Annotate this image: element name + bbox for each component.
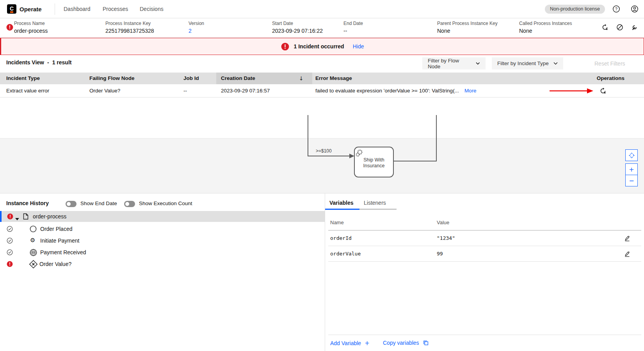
tab-variables[interactable]: Variables bbox=[325, 197, 359, 210]
annotation-arrow-row-retry bbox=[550, 88, 593, 95]
row-retry-icon[interactable] bbox=[600, 87, 607, 96]
exclusive-gateway-icon bbox=[29, 260, 38, 270]
banner-hide-link[interactable]: Hide bbox=[353, 43, 364, 50]
banner-error-icon bbox=[281, 43, 289, 51]
tree-item-order-value[interactable]: Order Value? bbox=[0, 259, 325, 269]
variable-value: "1234" bbox=[437, 230, 455, 246]
meta-label: Version bbox=[189, 21, 204, 26]
col-job-id: Job Id bbox=[183, 73, 199, 84]
tree-item-label: Order Placed bbox=[40, 226, 72, 232]
meta-label: Parent Process Instance Key bbox=[437, 21, 498, 26]
nav-processes[interactable]: Processes bbox=[103, 6, 128, 12]
logo-orange-accent bbox=[10, 11, 13, 13]
error-more-link[interactable]: More bbox=[464, 84, 477, 98]
col-value: Value bbox=[437, 215, 449, 230]
sort-down-icon: ↓ bbox=[299, 73, 304, 84]
zoom-out-button[interactable]: − bbox=[625, 175, 638, 186]
col-error-message: Error Message bbox=[315, 73, 352, 84]
caret-down-icon[interactable] bbox=[15, 215, 19, 222]
tree-item-order-placed[interactable]: Order Placed bbox=[0, 223, 325, 234]
error-icon bbox=[7, 261, 13, 268]
chevron-down-icon bbox=[553, 62, 558, 65]
creation-date-sort-cell[interactable]: Creation Date ↓ bbox=[216, 73, 312, 84]
check-circle-icon bbox=[7, 226, 13, 233]
col-operations: Operations bbox=[578, 73, 624, 84]
variables-table-header: Name Value bbox=[328, 215, 641, 230]
retry-icon[interactable] bbox=[601, 24, 608, 31]
edit-variable-icon[interactable] bbox=[624, 235, 630, 243]
filter-incident-type-dropdown[interactable]: Filter by Incident Type bbox=[492, 57, 563, 69]
instance-operations bbox=[601, 24, 638, 31]
sequence-flow-out bbox=[393, 115, 436, 161]
incident-row[interactable]: Extract value error Order Value? -- 2023… bbox=[0, 84, 644, 98]
incidents-title: Incidents View bbox=[6, 59, 44, 66]
incidents-separator: - bbox=[47, 59, 49, 66]
instance-history-title: Instance History bbox=[6, 200, 49, 206]
nav-decisions[interactable]: Decisions bbox=[140, 6, 164, 12]
copy-variables-label: Copy variables bbox=[383, 340, 419, 346]
tree-item-initiate-payment[interactable]: ⚙ Initiate Payment bbox=[0, 235, 325, 246]
meta-label: End Date bbox=[343, 21, 363, 26]
failing-flow-node-value: Order Value? bbox=[89, 84, 120, 98]
incidents-table-header: Creation Date ↓ Incident Type Failing Fl… bbox=[0, 73, 644, 84]
service-task-gear-icon: ⚙ bbox=[30, 238, 35, 243]
meta-version: Version 2 bbox=[189, 21, 204, 34]
meta-start-date: Start Date 2023-09-29 07:16:22 bbox=[272, 21, 323, 34]
version-link[interactable]: 2 bbox=[189, 28, 204, 34]
variable-row-orderValue: orderValue 99 bbox=[328, 246, 641, 262]
app-title: Operate bbox=[20, 6, 42, 12]
add-variable-button[interactable]: Add Variable + bbox=[330, 340, 370, 347]
show-end-date-toggle[interactable] bbox=[66, 201, 76, 207]
creation-date-value: 2023-09-29 07:16:57 bbox=[221, 84, 270, 98]
diagram-reset-button[interactable] bbox=[625, 149, 638, 161]
help-glyph: ? bbox=[615, 7, 617, 11]
show-execution-count-toggle[interactable] bbox=[124, 201, 135, 207]
modify-wrench-icon[interactable] bbox=[631, 24, 638, 31]
cancel-icon[interactable] bbox=[616, 24, 623, 31]
add-variable-label: Add Variable bbox=[330, 340, 361, 346]
task-ship-with-insurance[interactable]: Ship With Insurance bbox=[354, 147, 393, 177]
license-badge: Non-production license bbox=[545, 5, 605, 14]
process-document-icon bbox=[23, 213, 28, 221]
incidents-count: 1 result bbox=[52, 59, 72, 66]
meta-label: Process Instance Key bbox=[105, 21, 154, 26]
variable-row-orderId: orderId "1234" bbox=[328, 230, 641, 246]
filter-flow-node-dropdown[interactable]: Filter by Flow Node bbox=[422, 57, 486, 69]
error-icon bbox=[7, 213, 13, 221]
variables-panel: Variables Listeners Name Value orderId "… bbox=[325, 193, 644, 351]
tree-item-label: Initiate Payment bbox=[40, 238, 79, 244]
flow-condition-label: >=$100 bbox=[316, 148, 332, 154]
tree-item-order-process[interactable]: order-process bbox=[0, 211, 325, 222]
tab-listeners[interactable]: Listeners bbox=[359, 197, 397, 210]
task-name-line2: Insurance bbox=[363, 163, 385, 168]
diagram-zoom-controls: + − bbox=[625, 149, 638, 186]
zoom-in-button[interactable]: + bbox=[625, 163, 638, 175]
instance-error-icon bbox=[6, 24, 13, 32]
check-circle-icon bbox=[7, 249, 13, 257]
tree-item-payment-received[interactable]: Payment Received bbox=[0, 247, 325, 258]
logo-letter: C bbox=[10, 5, 14, 12]
meta-process-instance-key: Process Instance Key 2251799813725328 bbox=[105, 21, 154, 34]
copy-variables-button[interactable]: Copy variables bbox=[383, 340, 429, 346]
meta-label: Called Process Instances bbox=[519, 21, 572, 26]
tree-item-label: Order Value? bbox=[39, 261, 71, 267]
copy-icon bbox=[423, 340, 429, 346]
filter-flow-node-label: Filter by Flow Node bbox=[428, 58, 471, 69]
camunda-logo[interactable]: C bbox=[7, 4, 16, 14]
message-event-icon bbox=[30, 249, 37, 257]
show-execution-count-label: Show Execution Count bbox=[139, 200, 192, 206]
col-creation-date: Creation Date bbox=[221, 73, 255, 84]
error-message-cell: failed to evaluate expression 'orderValu… bbox=[315, 84, 477, 98]
reset-filters-button[interactable]: Reset Filters bbox=[594, 60, 625, 67]
user-icon[interactable] bbox=[631, 5, 639, 13]
meta-value: 2251799813725328 bbox=[105, 28, 154, 34]
banner-text: 1 Incident occurred bbox=[294, 43, 344, 50]
operate-app: C Operate Dashboard Processes Decisions … bbox=[0, 0, 644, 351]
help-icon[interactable]: ? bbox=[612, 5, 620, 13]
nav-dashboard[interactable]: Dashboard bbox=[64, 6, 91, 12]
tree-item-label: Payment Received bbox=[40, 249, 86, 255]
edit-variable-icon[interactable] bbox=[624, 251, 630, 258]
meta-value: 2023-09-29 07:16:22 bbox=[272, 28, 323, 34]
job-id-value: -- bbox=[183, 84, 187, 98]
meta-value: order-process bbox=[14, 28, 48, 34]
